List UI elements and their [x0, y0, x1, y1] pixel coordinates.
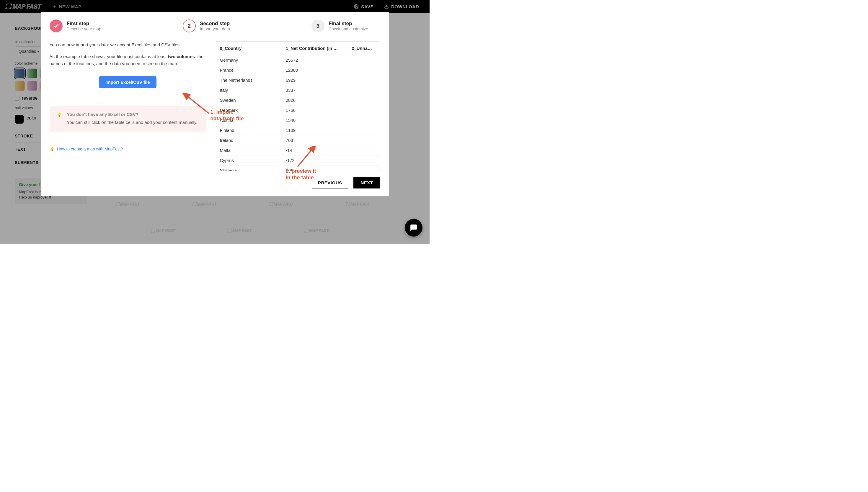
- step-2-circle: 2: [183, 20, 196, 32]
- cell-value[interactable]: 25572: [281, 55, 347, 65]
- step-line-2: [235, 26, 306, 26]
- step-1[interactable]: First step Describe your map: [50, 20, 101, 32]
- stepper: First step Describe your map 2 Second st…: [50, 20, 380, 32]
- hint-body: You can still click on the table cells a…: [67, 119, 197, 126]
- cell-empty[interactable]: [347, 145, 380, 155]
- step-3-title: Final step: [329, 21, 368, 27]
- step-1-labels: First step Describe your map: [67, 21, 101, 31]
- chat-bubble-button[interactable]: [405, 219, 422, 237]
- cell-value[interactable]: 1109: [281, 125, 347, 136]
- table-row[interactable]: Sweden2826: [215, 95, 380, 105]
- table-row[interactable]: The Netherlands6929: [215, 75, 380, 85]
- cell-empty[interactable]: [347, 65, 380, 75]
- data-preview-table: 0_Country 1_Net Contribution (in … 2_Unn…: [215, 41, 380, 171]
- cell-empty[interactable]: [347, 155, 380, 166]
- cell-value[interactable]: 1766: [281, 105, 347, 115]
- hint-box: 💡 You don't have any Excel or CSV? You c…: [50, 106, 206, 132]
- table-row[interactable]: Ireland703: [215, 136, 380, 145]
- cell-value[interactable]: 703: [281, 136, 347, 145]
- table-row[interactable]: Malta-14: [215, 145, 380, 155]
- table-row[interactable]: Austria1540: [215, 115, 380, 125]
- cell-empty[interactable]: [347, 166, 380, 171]
- cell-value[interactable]: 3337: [281, 85, 347, 95]
- modal-overlay: First step Describe your map 2 Second st…: [0, 0, 429, 244]
- step-3-labels: Final step Check and customize: [329, 21, 368, 31]
- step-3-sub: Check and customize: [329, 27, 368, 31]
- intro-line-2: As the example table shows, your file mu…: [50, 53, 206, 67]
- cell-value[interactable]: 2826: [281, 95, 347, 105]
- howto-link[interactable]: 💡 How to create a map with MapFast?: [50, 147, 206, 151]
- cell-country[interactable]: Italy: [215, 85, 281, 95]
- cell-empty[interactable]: [347, 115, 380, 125]
- cell-empty[interactable]: [347, 125, 380, 136]
- table-row[interactable]: Slovenia-386: [215, 166, 380, 171]
- import-file-button[interactable]: Import Excel/CSV file: [99, 76, 157, 88]
- step-1-sub: Describe your map: [67, 27, 101, 31]
- step-2-title: Second step: [200, 21, 230, 27]
- cell-country[interactable]: Malta: [215, 145, 281, 155]
- lightbulb-icon: 💡: [57, 113, 62, 126]
- cell-country[interactable]: Denmark: [215, 105, 281, 115]
- hint-title: You don't have any Excel or CSV?: [67, 112, 197, 117]
- table-row[interactable]: Cyprus-172: [215, 155, 380, 166]
- col-header-2[interactable]: 2_Unnamed: 2: [347, 42, 380, 55]
- cell-empty[interactable]: [347, 95, 380, 105]
- cell-value[interactable]: -386: [281, 166, 347, 171]
- check-icon: [53, 23, 59, 29]
- step-3[interactable]: 3 Final step Check and customize: [311, 20, 368, 32]
- instructions-column: You can now import your data: we accept …: [50, 41, 206, 171]
- cell-value[interactable]: 1540: [281, 115, 347, 125]
- howto-text: How to create a map with MapFast?: [57, 147, 123, 151]
- cell-value[interactable]: 6929: [281, 75, 347, 85]
- cell-country[interactable]: Germany: [215, 55, 281, 65]
- next-button[interactable]: NEXT: [353, 177, 380, 189]
- cell-country[interactable]: Cyprus: [215, 155, 281, 166]
- cell-empty[interactable]: [347, 105, 380, 115]
- table-row[interactable]: Germany25572: [215, 55, 380, 65]
- table-row[interactable]: Italy3337: [215, 85, 380, 95]
- col-header-1[interactable]: 1_Net Contribution (in …: [281, 42, 347, 55]
- cell-country[interactable]: Sweden: [215, 95, 281, 105]
- cell-value[interactable]: -172: [281, 155, 347, 166]
- cell-value[interactable]: 12380: [281, 65, 347, 75]
- lightbulb-icon: 💡: [50, 147, 55, 151]
- step-3-circle: 3: [311, 20, 325, 32]
- cell-country[interactable]: Finland: [215, 125, 281, 136]
- cell-empty[interactable]: [347, 136, 380, 145]
- modal-footer: PREVIOUS NEXT: [50, 177, 380, 189]
- cell-country[interactable]: Austria: [215, 115, 281, 125]
- cell-country[interactable]: The Netherlands: [215, 75, 281, 85]
- step-2[interactable]: 2 Second step Import your data: [183, 20, 230, 32]
- table-row[interactable]: France12380: [215, 65, 380, 75]
- step-line-1: [107, 26, 178, 26]
- cell-country[interactable]: France: [215, 65, 281, 75]
- chat-icon: [410, 224, 418, 231]
- table-row[interactable]: Finland1109: [215, 125, 380, 136]
- step-1-title: First step: [67, 21, 101, 27]
- step-1-circle: [50, 20, 63, 32]
- table-row[interactable]: Denmark1766: [215, 105, 380, 115]
- table-header-row: 0_Country 1_Net Contribution (in … 2_Unn…: [215, 42, 380, 55]
- previous-button[interactable]: PREVIOUS: [312, 177, 348, 189]
- import-modal: First step Describe your map 2 Second st…: [41, 12, 389, 196]
- intro-line-1: You can now import your data: we accept …: [50, 41, 206, 48]
- cell-value[interactable]: -14: [281, 145, 347, 155]
- modal-body: You can now import your data: we accept …: [50, 41, 380, 171]
- cell-empty[interactable]: [347, 75, 380, 85]
- step-2-sub: Import your data: [200, 27, 230, 31]
- cell-country[interactable]: Ireland: [215, 136, 281, 145]
- step-2-labels: Second step Import your data: [200, 21, 230, 31]
- cell-country[interactable]: Slovenia: [215, 166, 281, 171]
- col-header-0[interactable]: 0_Country: [215, 42, 281, 55]
- cell-empty[interactable]: [347, 85, 380, 95]
- cell-empty[interactable]: [347, 55, 380, 65]
